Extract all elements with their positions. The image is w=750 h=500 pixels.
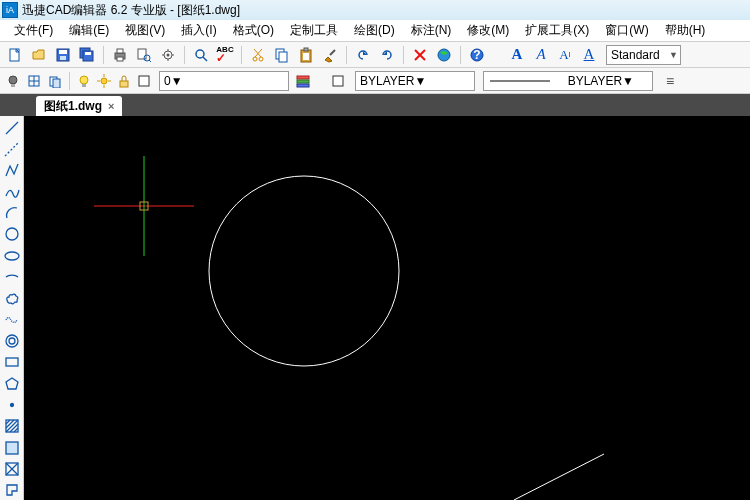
toolbar-separator	[403, 46, 404, 64]
document-tab[interactable]: 图纸1.dwg ×	[36, 96, 122, 116]
menu-modify[interactable]: 修改(M)	[459, 20, 517, 41]
text-style-a-button[interactable]: A	[506, 44, 528, 66]
layer-toolbar: 0 ▼ BYLAYER ▼ BYLAYER ▼ ≡	[0, 68, 750, 94]
lock-icon[interactable]	[115, 72, 133, 90]
linetype-combo-value: BYLAYER	[568, 74, 622, 88]
layer-manager-button[interactable]	[295, 72, 313, 90]
point-tool[interactable]	[2, 395, 22, 414]
abc-icon: ABC✓	[216, 46, 233, 64]
menu-view[interactable]: 视图(V)	[117, 20, 173, 41]
color-combo[interactable]: BYLAYER ▼	[355, 71, 475, 91]
revision-cloud-tool[interactable]	[2, 289, 22, 308]
wipeout-tool[interactable]	[2, 459, 22, 478]
hatch-tool[interactable]	[2, 417, 22, 436]
menu-format[interactable]: 格式(O)	[225, 20, 282, 41]
menu-extension-tools[interactable]: 扩展工具(X)	[517, 20, 597, 41]
menu-dimension[interactable]: 标注(N)	[403, 20, 460, 41]
menu-help[interactable]: 帮助(H)	[657, 20, 714, 41]
svg-rect-9	[117, 57, 123, 61]
document-tab-label: 图纸1.dwg	[44, 98, 102, 115]
undo-icon	[355, 47, 371, 63]
drawing-canvas[interactable]	[24, 116, 750, 500]
linetype-combo[interactable]: BYLAYER ▼	[483, 71, 653, 91]
region-tool[interactable]	[2, 438, 22, 457]
menu-draw[interactable]: 绘图(D)	[346, 20, 403, 41]
boundary-tool[interactable]	[2, 481, 22, 500]
undo-button[interactable]	[352, 44, 374, 66]
ring-tool[interactable]	[2, 331, 22, 350]
svg-rect-10	[138, 49, 146, 59]
polygon-tool[interactable]	[2, 374, 22, 393]
canvas-content	[24, 116, 750, 500]
svg-point-33	[438, 49, 450, 61]
sun-icon[interactable]	[95, 72, 113, 90]
copy-button[interactable]	[271, 44, 293, 66]
menu-file[interactable]: 文件(F)	[6, 20, 61, 41]
ellipse-arc-tool[interactable]	[2, 267, 22, 286]
toolbar-separator	[103, 46, 104, 64]
find-button[interactable]	[190, 44, 212, 66]
menu-edit[interactable]: 编辑(E)	[61, 20, 117, 41]
chevron-down-icon: ▼	[669, 50, 678, 60]
save-button[interactable]	[52, 44, 74, 66]
rectangle-tool[interactable]	[2, 353, 22, 372]
layer-select-combo[interactable]: 0 ▼	[159, 71, 289, 91]
spell-check-button[interactable]: ABC✓	[214, 44, 236, 66]
svg-text:?: ?	[473, 48, 480, 62]
open-file-button[interactable]	[28, 44, 50, 66]
layer-state-button[interactable]	[25, 72, 43, 90]
menu-window[interactable]: 窗口(W)	[597, 20, 656, 41]
layer-color-swatch[interactable]	[135, 72, 153, 90]
redo-button[interactable]	[376, 44, 398, 66]
color-swatch-button[interactable]	[329, 72, 347, 90]
brush-icon	[322, 47, 338, 63]
menu-custom-tools[interactable]: 定制工具	[282, 20, 346, 41]
globe-icon	[436, 47, 452, 63]
svg-point-62	[9, 338, 15, 344]
svg-line-57	[6, 122, 18, 134]
printer-icon	[112, 47, 128, 63]
line-tool[interactable]	[2, 118, 22, 137]
layer-filter-button[interactable]	[46, 72, 64, 90]
tab-close-button[interactable]: ×	[108, 100, 114, 112]
bulb-off-icon[interactable]	[4, 72, 22, 90]
properties-list-button[interactable]: ≡	[661, 72, 679, 90]
spline-tool[interactable]	[2, 182, 22, 201]
svg-rect-6	[85, 52, 91, 55]
text-style-combo[interactable]: Standard ▼	[606, 45, 681, 65]
paste-button[interactable]	[295, 44, 317, 66]
clipboard-icon	[298, 47, 314, 63]
match-properties-button[interactable]	[319, 44, 341, 66]
svg-point-21	[253, 57, 257, 61]
svg-rect-8	[117, 49, 123, 53]
arc-tool[interactable]	[2, 203, 22, 222]
plot-button[interactable]	[109, 44, 131, 66]
construction-line-tool[interactable]	[2, 139, 22, 158]
toolbar-separator	[460, 46, 461, 64]
settings-button[interactable]	[157, 44, 179, 66]
ellipse-tool[interactable]	[2, 246, 22, 265]
svg-point-59	[6, 228, 18, 240]
text-style-underline-button[interactable]: A	[578, 44, 600, 66]
plot-preview-button[interactable]	[133, 44, 155, 66]
svg-line-58	[5, 142, 19, 156]
help-button[interactable]: ?	[466, 44, 488, 66]
svg-rect-42	[53, 79, 60, 88]
explorer-button[interactable]	[433, 44, 455, 66]
circle-tool[interactable]	[2, 225, 22, 244]
menu-insert[interactable]: 插入(I)	[173, 20, 224, 41]
cut-button[interactable]	[247, 44, 269, 66]
cross-icon	[412, 47, 428, 63]
svg-point-36	[9, 76, 17, 84]
new-file-button[interactable]	[4, 44, 26, 66]
svg-point-45	[101, 78, 107, 84]
polyline-tool[interactable]	[2, 161, 22, 180]
text-style-small-button[interactable]: AI	[554, 44, 576, 66]
linetype-preview-icon	[490, 77, 550, 85]
erase-button[interactable]	[409, 44, 431, 66]
bulb-on-icon[interactable]	[75, 72, 93, 90]
svg-rect-55	[333, 76, 343, 86]
save-as-button[interactable]	[76, 44, 98, 66]
freehand-tool[interactable]	[2, 310, 22, 329]
text-style-italic-button[interactable]: A	[530, 44, 552, 66]
